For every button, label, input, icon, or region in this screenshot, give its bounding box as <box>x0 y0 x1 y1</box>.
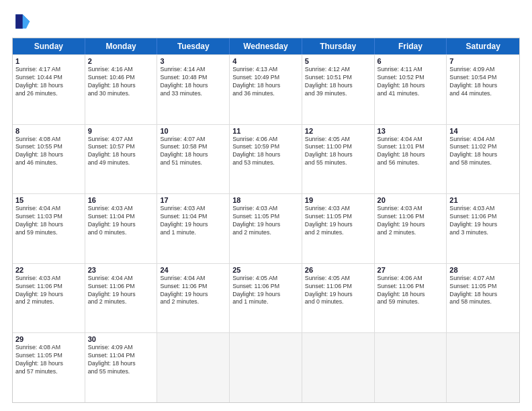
day-info: Sunrise: 4:03 AM Sunset: 11:06 PM Daylig… <box>378 205 444 237</box>
day-number: 26 <box>305 266 371 274</box>
calendar-cell: 10Sunrise: 4:07 AM Sunset: 10:58 PM Dayl… <box>157 125 230 194</box>
day-number: 28 <box>449 266 517 274</box>
calendar-row-4: 22Sunrise: 4:03 AM Sunset: 11:06 PM Dayl… <box>13 263 519 333</box>
day-number: 29 <box>15 335 82 343</box>
day-number: 5 <box>305 57 371 65</box>
calendar-cell: 4Sunrise: 4:13 AM Sunset: 10:49 PM Dayli… <box>230 55 302 124</box>
day-info: Sunrise: 4:03 AM Sunset: 11:06 PM Daylig… <box>15 275 82 307</box>
calendar-cell: 22Sunrise: 4:03 AM Sunset: 11:06 PM Dayl… <box>13 264 85 333</box>
calendar-cell: 16Sunrise: 4:03 AM Sunset: 11:04 PM Dayl… <box>85 194 158 263</box>
calendar-cell: 27Sunrise: 4:06 AM Sunset: 11:06 PM Dayl… <box>375 264 447 333</box>
page: SundayMondayTuesdayWednesdayThursdayFrid… <box>0 0 532 411</box>
day-number: 20 <box>378 196 444 204</box>
calendar-row-1: 1Sunrise: 4:17 AM Sunset: 10:44 PM Dayli… <box>13 54 519 124</box>
calendar-cell: 29Sunrise: 4:08 AM Sunset: 11:05 PM Dayl… <box>13 333 85 402</box>
day-info: Sunrise: 4:07 AM Sunset: 10:58 PM Daylig… <box>160 136 226 168</box>
day-info: Sunrise: 4:07 AM Sunset: 11:05 PM Daylig… <box>449 275 517 307</box>
day-info: Sunrise: 4:14 AM Sunset: 10:48 PM Daylig… <box>160 66 226 98</box>
header-day-saturday: Saturday <box>447 38 519 54</box>
calendar-cell <box>447 333 519 402</box>
calendar-cell <box>302 333 375 402</box>
day-number: 4 <box>232 57 299 65</box>
day-info: Sunrise: 4:03 AM Sunset: 11:04 PM Daylig… <box>88 205 154 237</box>
calendar-cell <box>157 333 230 402</box>
day-number: 24 <box>160 266 226 274</box>
calendar-cell: 8Sunrise: 4:08 AM Sunset: 10:55 PM Dayli… <box>13 125 85 194</box>
day-number: 27 <box>378 266 444 274</box>
day-number: 18 <box>232 196 299 204</box>
header-day-wednesday: Wednesday <box>230 38 302 54</box>
calendar-cell: 24Sunrise: 4:04 AM Sunset: 11:06 PM Dayl… <box>157 264 230 333</box>
day-info: Sunrise: 4:11 AM Sunset: 10:52 PM Daylig… <box>378 66 444 98</box>
calendar-cell: 30Sunrise: 4:09 AM Sunset: 11:04 PM Dayl… <box>85 333 158 402</box>
day-info: Sunrise: 4:07 AM Sunset: 10:57 PM Daylig… <box>88 136 154 168</box>
day-number: 19 <box>305 196 371 204</box>
calendar-row-2: 8Sunrise: 4:08 AM Sunset: 10:55 PM Dayli… <box>13 124 519 194</box>
calendar: SundayMondayTuesdayWednesdayThursdayFrid… <box>12 38 520 403</box>
day-info: Sunrise: 4:03 AM Sunset: 11:05 PM Daylig… <box>305 205 371 237</box>
day-info: Sunrise: 4:04 AM Sunset: 11:06 PM Daylig… <box>160 275 226 307</box>
day-number: 7 <box>449 57 517 65</box>
header <box>12 12 520 31</box>
svg-marker-1 <box>15 15 23 29</box>
day-number: 14 <box>449 127 517 135</box>
day-info: Sunrise: 4:08 AM Sunset: 10:55 PM Daylig… <box>15 136 82 168</box>
logo <box>12 12 34 31</box>
day-number: 12 <box>305 127 371 135</box>
day-info: Sunrise: 4:09 AM Sunset: 11:04 PM Daylig… <box>88 344 154 376</box>
day-info: Sunrise: 4:13 AM Sunset: 10:49 PM Daylig… <box>232 66 299 98</box>
calendar-header: SundayMondayTuesdayWednesdayThursdayFrid… <box>13 38 519 54</box>
calendar-cell: 13Sunrise: 4:04 AM Sunset: 11:01 PM Dayl… <box>375 125 447 194</box>
day-info: Sunrise: 4:04 AM Sunset: 11:02 PM Daylig… <box>449 136 517 168</box>
calendar-cell: 21Sunrise: 4:03 AM Sunset: 11:06 PM Dayl… <box>447 194 519 263</box>
day-info: Sunrise: 4:06 AM Sunset: 11:06 PM Daylig… <box>378 275 444 307</box>
day-info: Sunrise: 4:12 AM Sunset: 10:51 PM Daylig… <box>305 66 371 98</box>
day-number: 17 <box>160 196 226 204</box>
day-info: Sunrise: 4:04 AM Sunset: 11:03 PM Daylig… <box>15 205 82 237</box>
day-info: Sunrise: 4:06 AM Sunset: 10:59 PM Daylig… <box>232 136 299 168</box>
day-number: 13 <box>378 127 444 135</box>
day-number: 1 <box>15 57 82 65</box>
header-day-tuesday: Tuesday <box>157 38 230 54</box>
calendar-cell: 14Sunrise: 4:04 AM Sunset: 11:02 PM Dayl… <box>447 125 519 194</box>
calendar-cell: 20Sunrise: 4:03 AM Sunset: 11:06 PM Dayl… <box>375 194 447 263</box>
header-day-sunday: Sunday <box>13 38 85 54</box>
calendar-row-3: 15Sunrise: 4:04 AM Sunset: 11:03 PM Dayl… <box>13 193 519 263</box>
calendar-body: 1Sunrise: 4:17 AM Sunset: 10:44 PM Dayli… <box>13 54 519 402</box>
day-info: Sunrise: 4:03 AM Sunset: 11:04 PM Daylig… <box>160 205 226 237</box>
day-info: Sunrise: 4:04 AM Sunset: 11:06 PM Daylig… <box>88 275 154 307</box>
calendar-cell: 2Sunrise: 4:16 AM Sunset: 10:46 PM Dayli… <box>85 55 158 124</box>
calendar-cell: 9Sunrise: 4:07 AM Sunset: 10:57 PM Dayli… <box>85 125 158 194</box>
calendar-cell: 23Sunrise: 4:04 AM Sunset: 11:06 PM Dayl… <box>85 264 158 333</box>
calendar-cell: 7Sunrise: 4:09 AM Sunset: 10:54 PM Dayli… <box>447 55 519 124</box>
day-number: 30 <box>88 335 154 343</box>
calendar-cell: 28Sunrise: 4:07 AM Sunset: 11:05 PM Dayl… <box>447 264 519 333</box>
calendar-cell <box>230 333 302 402</box>
calendar-cell: 11Sunrise: 4:06 AM Sunset: 10:59 PM Dayl… <box>230 125 302 194</box>
day-info: Sunrise: 4:05 AM Sunset: 11:06 PM Daylig… <box>305 275 371 307</box>
day-info: Sunrise: 4:04 AM Sunset: 11:01 PM Daylig… <box>378 136 444 168</box>
logo-icon <box>12 12 31 31</box>
day-info: Sunrise: 4:05 AM Sunset: 11:06 PM Daylig… <box>232 275 299 307</box>
day-number: 23 <box>88 266 154 274</box>
day-number: 8 <box>15 127 82 135</box>
day-number: 6 <box>378 57 444 65</box>
day-info: Sunrise: 4:03 AM Sunset: 11:05 PM Daylig… <box>232 205 299 237</box>
day-info: Sunrise: 4:03 AM Sunset: 11:06 PM Daylig… <box>449 205 517 237</box>
day-number: 21 <box>449 196 517 204</box>
day-number: 10 <box>160 127 226 135</box>
header-day-thursday: Thursday <box>302 38 375 54</box>
calendar-cell: 1Sunrise: 4:17 AM Sunset: 10:44 PM Dayli… <box>13 55 85 124</box>
calendar-cell: 19Sunrise: 4:03 AM Sunset: 11:05 PM Dayl… <box>302 194 375 263</box>
day-number: 11 <box>232 127 299 135</box>
calendar-row-5: 29Sunrise: 4:08 AM Sunset: 11:05 PM Dayl… <box>13 332 519 402</box>
day-info: Sunrise: 4:05 AM Sunset: 11:00 PM Daylig… <box>305 136 371 168</box>
day-info: Sunrise: 4:08 AM Sunset: 11:05 PM Daylig… <box>15 344 82 376</box>
svg-marker-2 <box>23 15 30 29</box>
day-number: 2 <box>88 57 154 65</box>
day-number: 15 <box>15 196 82 204</box>
calendar-cell: 5Sunrise: 4:12 AM Sunset: 10:51 PM Dayli… <box>302 55 375 124</box>
day-info: Sunrise: 4:16 AM Sunset: 10:46 PM Daylig… <box>88 66 154 98</box>
calendar-cell: 18Sunrise: 4:03 AM Sunset: 11:05 PM Dayl… <box>230 194 302 263</box>
calendar-cell: 26Sunrise: 4:05 AM Sunset: 11:06 PM Dayl… <box>302 264 375 333</box>
